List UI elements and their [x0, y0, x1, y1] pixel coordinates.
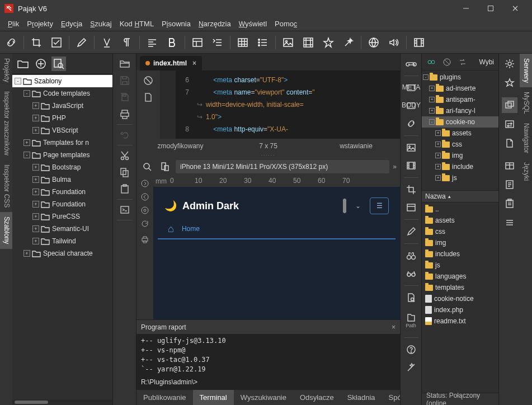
left-vtab-1[interactable]: Inspektor znaczników: [0, 87, 12, 160]
close-tab-icon[interactable]: ×: [192, 59, 196, 67]
file-list-item[interactable]: assets: [422, 215, 498, 226]
file-list-item[interactable]: css: [422, 226, 498, 237]
file-list-header[interactable]: Nazwa▴: [422, 190, 498, 202]
pilcrow-icon[interactable]: [119, 35, 135, 50]
minimize-button[interactable]: [454, 0, 478, 17]
chevron-right-icon[interactable]: »: [393, 163, 397, 171]
check-icon[interactable]: [49, 35, 64, 50]
terminal-output[interactable]: +-- uglify-js@3.13.10 +-- vs-npm@ +-- vs…: [136, 334, 400, 389]
list-icon[interactable]: [255, 35, 271, 50]
menu-toggle-button[interactable]: ☰: [370, 197, 389, 214]
box-icon[interactable]: [502, 158, 517, 173]
target-icon[interactable]: [139, 205, 150, 216]
file-list-item[interactable]: templates: [422, 282, 498, 293]
device-icon[interactable]: [158, 159, 172, 174]
menu-lines-icon[interactable]: [502, 215, 517, 230]
binoculars-icon[interactable]: [403, 248, 419, 263]
server-tree-item[interactable]: +antispam-: [422, 94, 498, 105]
cut-icon[interactable]: [116, 148, 133, 163]
link2-icon[interactable]: [403, 116, 419, 131]
server-tree-item[interactable]: +include: [422, 161, 498, 172]
circle-left-icon[interactable]: [139, 191, 150, 202]
transfer-icon[interactable]: [502, 116, 517, 132]
right-vtab-0[interactable]: Serwery: [520, 54, 532, 87]
tree-item[interactable]: +PureCSS: [12, 210, 112, 223]
circle-right-icon[interactable]: [139, 178, 150, 189]
print-icon[interactable]: [116, 106, 133, 122]
tree-item[interactable]: +Semantic-UI: [12, 223, 112, 235]
doc-icon[interactable]: [502, 135, 517, 151]
menu-pisownia[interactable]: Pisownia: [158, 18, 194, 30]
crop2-icon[interactable]: [403, 182, 419, 197]
bottom-tab-składnia[interactable]: Składnia: [341, 390, 382, 406]
raport-close-icon[interactable]: ×: [392, 323, 396, 331]
server-tree-item[interactable]: +img: [422, 150, 498, 161]
tree-item[interactable]: +PHP: [12, 112, 112, 124]
file-list[interactable]: ..assetscssimgincludesjslanguagestemplat…: [422, 202, 498, 393]
sync-icon[interactable]: [455, 55, 470, 69]
server-tree[interactable]: -plugins+ad-inserte+antispam-+ari-fancy-…: [422, 70, 498, 190]
save-icon[interactable]: [116, 73, 133, 88]
left-vtab-2[interactable]: Inspektor CSS: [0, 160, 12, 212]
connect-icon[interactable]: [424, 55, 439, 69]
windows-icon[interactable]: [502, 97, 517, 113]
preview-nav-home[interactable]: ⌂ Home: [158, 219, 396, 239]
server-tree-item[interactable]: +assets: [422, 128, 498, 139]
bottom-tab-publikowanie[interactable]: Publikowanie: [136, 390, 193, 406]
add-icon[interactable]: [34, 56, 48, 71]
tree-item[interactable]: +Foundation: [12, 186, 112, 198]
undo-icon[interactable]: [116, 127, 133, 143]
frame-icon[interactable]: [300, 35, 316, 50]
device-selector[interactable]: iPhone 13 Mini/12 Mini/11 Pro/X/XS (375x…: [176, 160, 389, 173]
tree-item[interactable]: +Foundation: [12, 198, 112, 210]
server-tree-item[interactable]: +ari-fancy-l: [422, 105, 498, 116]
search-icon[interactable]: [140, 159, 154, 174]
copy-icon[interactable]: [116, 164, 133, 180]
code-editor[interactable]: 6 <meta charset="UTF-8">7 <meta name="vi…: [160, 70, 400, 139]
menu-kod-html[interactable]: Kod HTML: [116, 18, 157, 30]
wand-icon[interactable]: [403, 360, 419, 375]
menu-edycja[interactable]: Edycja: [58, 18, 86, 30]
glasses-icon[interactable]: [403, 266, 419, 281]
sound-icon[interactable]: [386, 35, 402, 50]
bottom-tab-wyszukiwanie[interactable]: Wyszukiwanie: [234, 390, 293, 406]
menu-projekty[interactable]: Projekty: [23, 18, 57, 30]
body-badge-icon[interactable]: BODY: [403, 98, 419, 114]
drag-handle-icon[interactable]: [343, 199, 346, 213]
tree-item[interactable]: -Page templates: [12, 149, 112, 161]
file-list-item[interactable]: languages: [422, 271, 498, 282]
doc-search-icon[interactable]: [403, 290, 419, 305]
pencil-icon[interactable]: [74, 35, 90, 50]
table-icon[interactable]: [235, 35, 251, 50]
server-tree-item[interactable]: -plugins: [422, 72, 498, 83]
paste-icon[interactable]: [116, 181, 133, 197]
server-tree-item[interactable]: -cookie-no: [422, 116, 498, 128]
tree-item[interactable]: +Special characte: [12, 247, 112, 260]
preview-canvas[interactable]: 🌙 Admin Dark ⌄ ☰ ⌂ Home: [153, 187, 400, 319]
server-tree-item[interactable]: +ad-inserte: [422, 83, 498, 94]
save-all-icon[interactable]: [116, 90, 133, 105]
file-list-item[interactable]: js: [422, 260, 498, 271]
path-icon[interactable]: Path: [403, 308, 419, 333]
left-vtab-3[interactable]: Szablony: [0, 212, 12, 248]
list-indent-icon[interactable]: [210, 35, 225, 50]
edit-icon[interactable]: [403, 224, 419, 239]
link-icon[interactable]: [3, 35, 19, 50]
bottom-tab-terminal[interactable]: Terminal: [193, 390, 234, 406]
templates-tree[interactable]: -Szablony-Code templates+JavaScript+PHP+…: [12, 74, 112, 399]
file-list-item[interactable]: cookie-notice: [422, 293, 498, 304]
right-vtab-3[interactable]: Języki: [520, 158, 532, 185]
close-button[interactable]: [503, 0, 528, 17]
text-doc-icon[interactable]: [502, 177, 517, 192]
clipboard2-icon[interactable]: [502, 196, 517, 211]
underline-icon[interactable]: [99, 35, 115, 50]
tree-item[interactable]: +JavaScript: [12, 100, 112, 112]
folder-icon[interactable]: [16, 56, 30, 71]
right-vtab-1[interactable]: MySQL: [520, 87, 532, 119]
film-icon[interactable]: [411, 35, 427, 50]
gamepad-icon[interactable]: [403, 56, 419, 72]
bottom-tab-odsyłacze[interactable]: Odsyłacze: [293, 390, 341, 406]
crop-icon[interactable]: [29, 35, 44, 50]
gear-icon[interactable]: [502, 56, 517, 72]
menu-narzedzia[interactable]: Narzędzia: [195, 18, 234, 30]
